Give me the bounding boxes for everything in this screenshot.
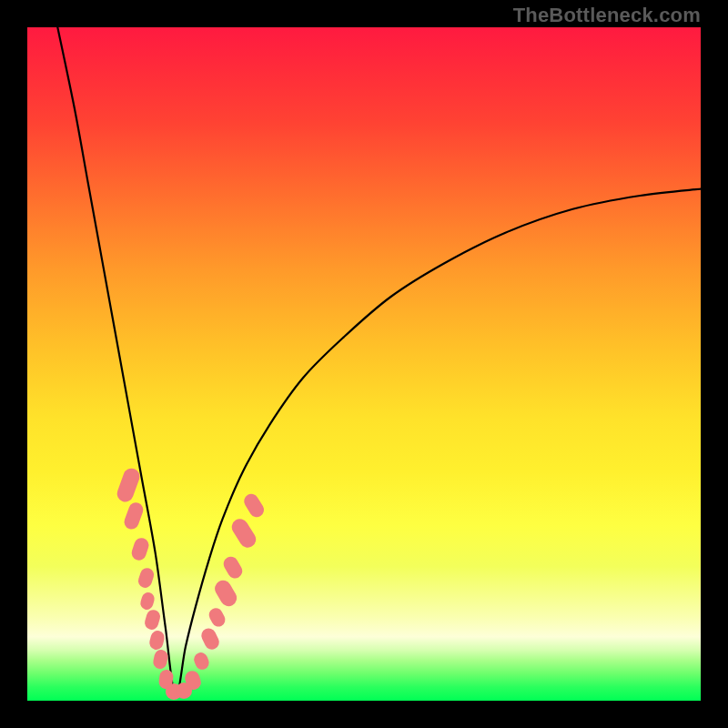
bottleneck-curve (27, 27, 701, 701)
plot-area (27, 27, 701, 701)
chart-frame: TheBottleneck.com (0, 0, 728, 728)
attribution-label: TheBottleneck.com (513, 4, 701, 27)
